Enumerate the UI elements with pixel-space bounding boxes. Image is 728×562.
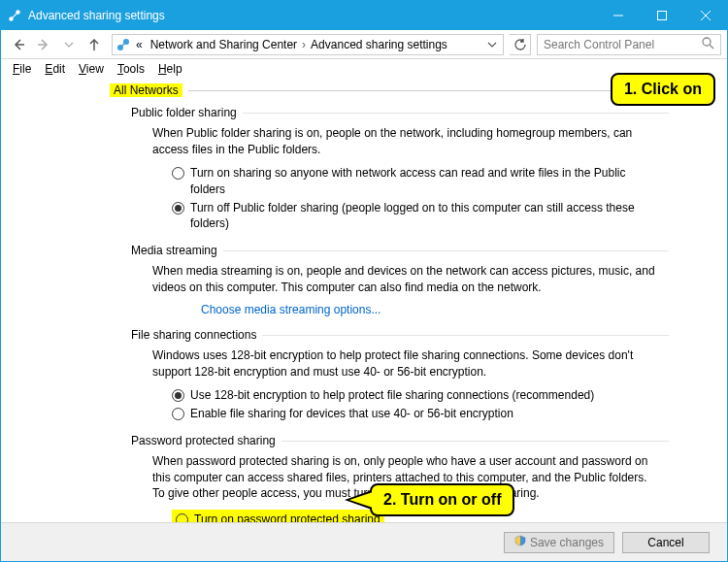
- svg-point-13: [703, 38, 711, 46]
- radio-label: Use 128-bit encryption to help protect f…: [190, 387, 594, 404]
- svg-line-2: [12, 13, 17, 17]
- svg-line-12: [121, 43, 125, 47]
- close-button[interactable]: [683, 1, 727, 30]
- divider: [262, 335, 669, 336]
- sub-media-streaming: Media streaming: [131, 244, 223, 257]
- search-placeholder: Search Control Panel: [544, 38, 654, 51]
- section-all-networks: All Networks: [110, 83, 182, 97]
- back-button[interactable]: [7, 33, 30, 56]
- minimize-button[interactable]: [596, 1, 640, 30]
- menu-file[interactable]: File: [7, 62, 37, 76]
- cancel-button[interactable]: Cancel: [622, 532, 710, 553]
- breadcrumb-part[interactable]: Network and Sharing Center: [147, 38, 301, 51]
- radio-conn-4056[interactable]: [172, 408, 184, 420]
- radio-label: Turn on sharing so anyone with network a…: [190, 165, 659, 198]
- public-folder-desc: When Public folder sharing is on, people…: [152, 125, 659, 157]
- bottom-bar: Save changes Cancel: [1, 522, 727, 561]
- breadcrumb-part[interactable]: Advanced sharing settings: [307, 38, 451, 51]
- sub-password-protected-sharing: Password protected sharing: [131, 434, 281, 447]
- nav-bar: « Network and Sharing Center › Advanced …: [1, 30, 727, 59]
- divider: [243, 113, 669, 114]
- menu-help[interactable]: Help: [152, 62, 188, 76]
- menu-edit[interactable]: Edit: [39, 62, 71, 76]
- annotation-callout-1: 1. Click on: [611, 73, 715, 106]
- menu-tools[interactable]: Tools: [112, 62, 150, 76]
- search-icon: [701, 36, 714, 52]
- title-bar: Advanced sharing settings: [1, 1, 727, 30]
- svg-rect-4: [657, 12, 666, 20]
- network-folder-icon: [115, 37, 132, 52]
- search-input[interactable]: Search Control Panel: [537, 34, 721, 55]
- radio-pub-on[interactable]: [172, 167, 184, 180]
- network-icon: [7, 8, 22, 23]
- sub-file-sharing-connections: File sharing connections: [131, 328, 262, 342]
- conn-desc: Windows uses 128-bit encryption to help …: [152, 347, 659, 380]
- breadcrumb-ellipsis[interactable]: «: [132, 38, 147, 51]
- forward-button[interactable]: [32, 33, 55, 56]
- svg-line-14: [710, 45, 713, 49]
- address-bar[interactable]: « Network and Sharing Center › Advanced …: [112, 34, 504, 55]
- divider: [281, 441, 669, 442]
- radio-conn-128[interactable]: [172, 389, 184, 402]
- sub-public-folder-sharing: Public folder sharing: [131, 106, 243, 119]
- content-area: All Networks Public folder sharing When …: [1, 81, 727, 547]
- refresh-button[interactable]: [510, 34, 531, 55]
- recent-dropdown-icon[interactable]: [57, 33, 81, 56]
- radio-label: Enable file sharing for devices that use…: [190, 406, 513, 422]
- media-options-link[interactable]: Choose media streaming options...: [201, 303, 727, 316]
- divider: [223, 250, 669, 251]
- shield-icon: [514, 535, 526, 549]
- window-title: Advanced sharing settings: [28, 9, 596, 22]
- save-changes-button[interactable]: Save changes: [504, 532, 614, 553]
- save-label: Save changes: [530, 536, 604, 549]
- radio-label: Turn off Public folder sharing (people l…: [190, 200, 659, 233]
- media-desc: When media streaming is on, people and d…: [152, 263, 659, 295]
- annotation-callout-2: 2. Turn on or off: [370, 483, 514, 516]
- up-button[interactable]: [83, 33, 106, 56]
- address-dropdown-icon[interactable]: [483, 40, 501, 50]
- maximize-button[interactable]: [640, 1, 683, 30]
- cancel-label: Cancel: [647, 536, 683, 549]
- menu-view[interactable]: View: [73, 62, 110, 76]
- radio-pub-off[interactable]: [172, 202, 184, 215]
